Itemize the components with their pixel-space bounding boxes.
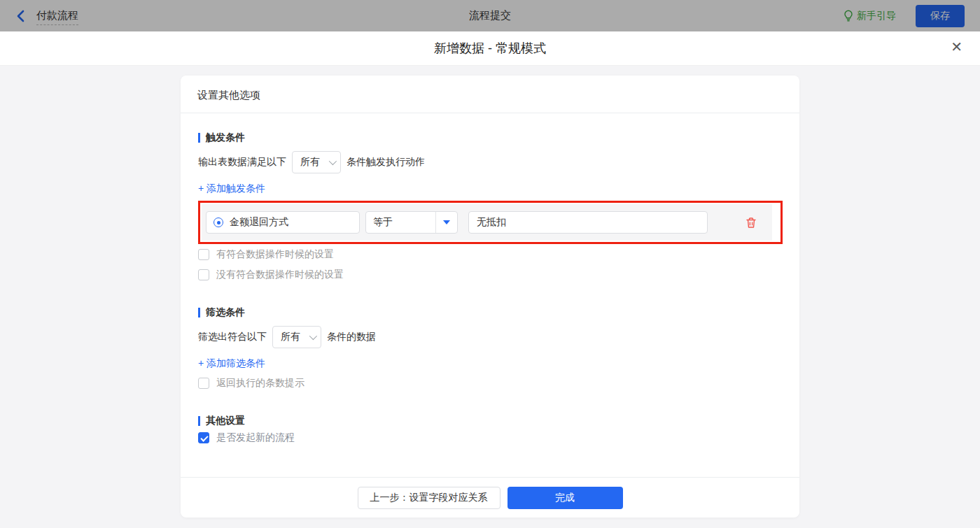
modal-body: 设置其他选项 触发条件 输出表数据满足以下 所有 条件触发执行动作 + 添加触发… (0, 66, 980, 528)
highlight-annotation-box: 金额退回方式 等于 无抵扣 (198, 201, 783, 244)
filter-section-title: 筛选条件 (198, 306, 783, 319)
card-footer: 上一步：设置字段对应关系 完成 (181, 477, 799, 518)
section-accent-bar (198, 308, 200, 317)
trigger-suffix-text: 条件触发执行动作 (346, 156, 425, 169)
checkbox-box (198, 378, 209, 389)
section-accent-bar (198, 416, 200, 426)
checkbox-has-matching-data[interactable]: 有符合数据操作时候的设置 (198, 248, 783, 261)
modal-title: 新增数据 - 常规模式 (434, 40, 546, 57)
modal-header: 新增数据 - 常规模式 ✕ (0, 31, 980, 66)
checkbox-start-new-flow[interactable]: 是否发起新的流程 (198, 431, 783, 444)
caret-down-icon (443, 220, 450, 224)
operator-caret-zone[interactable] (435, 212, 457, 233)
filter-suffix-text: 条件的数据 (327, 331, 376, 343)
add-filter-condition-link[interactable]: + 添加筛选条件 (198, 357, 265, 370)
chevron-down-icon (309, 332, 317, 340)
checkbox-return-count-tip[interactable]: 返回执行的条数提示 (198, 377, 783, 390)
condition-field-select[interactable]: 金额退回方式 (206, 211, 360, 234)
add-trigger-condition-link[interactable]: + 添加触发条件 (198, 183, 265, 195)
checkbox-no-matching-data[interactable]: 没有符合数据操作时候的设置 (198, 269, 783, 281)
chevron-down-icon (329, 157, 337, 165)
top-bar: 付款流程 流程提交 新手引导 保存 (0, 0, 980, 31)
save-button[interactable]: 保存 (916, 5, 965, 27)
node-title: 流程提交 (0, 9, 980, 22)
filter-match-select[interactable]: 所有 (272, 326, 321, 348)
card-title: 设置其他选项 (181, 76, 799, 113)
trigger-match-select[interactable]: 所有 (292, 151, 341, 173)
radio-field-icon (214, 217, 223, 227)
section-accent-bar (198, 133, 200, 143)
delete-condition-button[interactable] (746, 217, 757, 229)
checkbox-box (198, 249, 209, 260)
close-icon[interactable]: ✕ (951, 40, 962, 54)
checkbox-box-checked (198, 432, 209, 443)
guide-label: 新手引导 (857, 10, 896, 22)
condition-value-input[interactable]: 无抵扣 (468, 211, 708, 234)
other-section-title: 其他设置 (198, 415, 783, 427)
lightbulb-icon (844, 10, 853, 22)
checkbox-box (198, 269, 209, 280)
previous-step-button[interactable]: 上一步：设置字段对应关系 (358, 487, 500, 509)
trash-icon (746, 217, 757, 229)
done-button[interactable]: 完成 (507, 487, 623, 509)
trigger-section-title: 触发条件 (198, 131, 783, 144)
trigger-condition-row: 金额退回方式 等于 无抵扣 (202, 204, 772, 241)
condition-operator-select[interactable]: 等于 (365, 211, 458, 234)
beginner-guide-link[interactable]: 新手引导 (844, 10, 896, 22)
trigger-prefix-text: 输出表数据满足以下 (198, 156, 286, 169)
filter-prefix-text: 筛选出符合以下 (198, 331, 267, 343)
options-card: 设置其他选项 触发条件 输出表数据满足以下 所有 条件触发执行动作 + 添加触发… (181, 76, 799, 518)
